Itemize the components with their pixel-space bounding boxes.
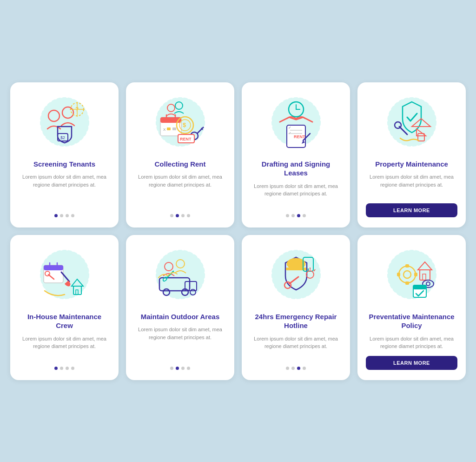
card-body: Lorem ipsum dolor sit dim amet, mea regi… (19, 173, 110, 188)
svg-text:✓: ✓ (288, 131, 291, 135)
card-emergency-repair: 24hrs Emergency Repair Hotline Lorem ips… (242, 235, 350, 380)
card-inhouse-crew: In-House Maintenance Crew Lorem ipsum do… (10, 235, 119, 380)
dot-1 (54, 214, 58, 217)
svg-text:✓: ✓ (288, 126, 291, 130)
pagination-dots (54, 363, 74, 370)
drafting-leases-icon: ✓ ✓ RENT (266, 92, 326, 152)
svg-rect-15 (167, 127, 171, 130)
dot-3 (66, 367, 69, 370)
dot-1 (54, 367, 58, 370)
card-outdoor-areas: Maintain Outdoor Areas Lorem ipsum dolor… (126, 235, 234, 380)
svg-rect-78 (405, 281, 409, 285)
card-body: Lorem ipsum dolor sit dim amet, mea regi… (250, 335, 342, 350)
card-drafting-leases: ✓ ✓ RENT Drafting and Signing Leases Lor… (242, 82, 350, 228)
dot-3 (297, 367, 300, 370)
emergency-repair-icon (266, 244, 326, 305)
dot-1 (170, 367, 173, 370)
svg-point-74 (388, 250, 436, 299)
dot-1 (170, 214, 173, 217)
learn-more-button-2[interactable]: LEARN MORE (366, 356, 457, 370)
pagination-dots (170, 363, 190, 370)
dot-4 (303, 367, 306, 370)
svg-text:RENT: RENT (180, 137, 192, 141)
dot-2 (176, 214, 179, 217)
svg-rect-80 (414, 273, 417, 276)
pagination-dots (286, 210, 306, 217)
svg-text:?: ? (75, 106, 79, 113)
card-title: In-House Maintenance Crew (19, 312, 110, 330)
dot-4 (187, 367, 190, 370)
card-body: Lorem ipsum dolor sit dim amet, mea regi… (134, 173, 226, 188)
dot-3 (181, 214, 185, 217)
dot-2 (60, 214, 63, 217)
svg-text:X: X (163, 127, 166, 132)
dot-3 (181, 367, 185, 370)
card-title: Screening Tenants (33, 160, 95, 169)
card-title: Drafting and Signing Leases (250, 160, 342, 178)
pagination-dots (54, 210, 74, 217)
card-title: 24hrs Emergency Repair Hotline (250, 312, 342, 330)
dot-3 (66, 214, 69, 217)
card-body: Lorem ipsum dolor sit dim amet, mea regi… (19, 335, 110, 350)
dot-2 (176, 367, 179, 370)
outdoor-areas-icon (150, 244, 211, 305)
svg-rect-87 (413, 285, 426, 289)
dot-4 (71, 214, 74, 217)
dot-1 (286, 214, 289, 217)
dot-3 (297, 214, 300, 217)
card-body: Lorem ipsum dolor sit dim amet, mea regi… (250, 182, 342, 198)
card-body: Lorem ipsum dolor sit dim amet, mea regi… (134, 326, 226, 341)
dot-4 (303, 214, 306, 217)
property-maintenance-icon (382, 92, 442, 152)
svg-rect-77 (405, 264, 409, 268)
card-title: Preventative Maintenance Policy (366, 312, 457, 330)
card-title: Property Maintenance (375, 160, 448, 169)
svg-rect-16 (172, 127, 176, 130)
dot-2 (60, 367, 63, 370)
dot-1 (286, 367, 289, 370)
dot-2 (291, 214, 295, 217)
card-property-maintenance: Property Maintenance Lorem ipsum dolor s… (357, 82, 466, 228)
learn-more-button[interactable]: LEARN MORE (366, 203, 457, 217)
screening-tenants-icon: ? $2 (34, 92, 95, 152)
pagination-dots (286, 363, 306, 370)
card-preventative-policy: Preventative Maintenance Policy Lorem ip… (357, 235, 466, 380)
card-screening-tenants: ? $2 Screening Tenants Lorem ipsum dolor… (10, 82, 119, 228)
card-title: Collecting Rent (154, 160, 205, 169)
card-body: Lorem ipsum dolor sit dim amet, mea regi… (366, 335, 457, 350)
dot-4 (71, 367, 74, 370)
svg-rect-79 (397, 273, 400, 276)
preventative-policy-icon (382, 244, 442, 305)
pagination-dots (170, 210, 190, 217)
card-collecting-rent: X $ RENT Collecting Rent Lorem ipsum dol… (126, 82, 234, 228)
svg-rect-45 (44, 265, 63, 270)
collecting-rent-icon: X $ RENT (150, 92, 211, 152)
card-body: Lorem ipsum dolor sit dim amet, mea regi… (366, 173, 457, 188)
svg-text:RENT: RENT (294, 134, 305, 139)
dot-2 (291, 367, 295, 370)
dot-4 (187, 214, 190, 217)
svg-text:$2: $2 (60, 135, 65, 140)
card-title: Maintain Outdoor Areas (141, 312, 219, 321)
card-grid: ? $2 Screening Tenants Lorem ipsum dolor… (10, 82, 466, 380)
inhouse-crew-icon (34, 244, 95, 305)
svg-text:$: $ (183, 121, 186, 128)
